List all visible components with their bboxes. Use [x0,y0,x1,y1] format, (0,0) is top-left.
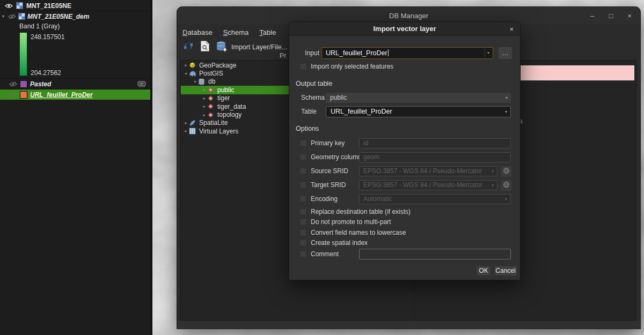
layer-item-mnt[interactable]: MNT_21E05NE [0,1,150,10]
input-combobox[interactable]: URL_feuillet_ProDer ▾ [321,47,493,59]
spatial-index-checkbox[interactable] [300,240,306,246]
comment-field[interactable] [359,249,511,259]
ramp-max-value: 248.157501 [31,33,64,41]
screen: MNT_21E05NE ▾ MNT_21E05NE_dem Band 1 (Gr… [0,0,644,335]
chevron-down-icon[interactable]: ▾ [485,49,492,57]
expander-icon[interactable]: ▸ [201,96,207,101]
expander-icon[interactable]: ▾ [183,71,189,76]
dialog-close-button[interactable]: × [509,22,514,36]
comment-checkbox[interactable] [300,251,306,257]
encoding-value: Automatic [363,195,392,203]
import-db-icon [216,41,229,54]
import-selected-label: Import only selected features [311,61,393,72]
cancel-button[interactable]: Cancel [494,265,517,276]
schema-icon [207,111,215,118]
table-label: Table [301,106,317,117]
layer-item-url-feuillet[interactable]: URL_feuillet_ProDer [0,90,150,100]
primary-key-label: Primary key [311,138,345,148]
source-srid-label: Source SRID [311,166,348,176]
layer-item-pasted[interactable]: Pasted [0,79,150,89]
dialog-title: Import vector layer [373,25,436,33]
primary-key-field[interactable]: id [359,138,511,148]
target-srid-combobox[interactable]: EPSG:3857 - WGS 84 / Pseudo-Mercator ▾ [359,180,497,190]
band-label: Band 1 (Gray) [19,23,60,30]
chevron-down-icon: ▾ [505,107,507,117]
geometry-column-label: Geometry column [311,152,362,162]
menu-schema[interactable]: Schema [223,28,249,36]
import-layer-button[interactable]: Import Layer/File... [216,41,287,54]
comment-label: Comment [311,249,339,259]
ramp-min-value: 204.27562 [31,69,61,77]
browse-button[interactable]: … [499,47,512,59]
multipart-checkbox[interactable] [300,219,306,225]
maximize-button[interactable]: □ [609,12,613,20]
source-crs-picker-button[interactable] [501,166,511,177]
table-combobox[interactable]: URL_feuillet_ProDer ▾ [326,106,511,117]
lowercase-label: Convert field names to lowercase [311,227,406,238]
status-bar [177,321,640,329]
expander-icon[interactable]: ▾ [192,79,198,84]
expander-icon[interactable]: ▸ [201,87,207,92]
multipart-label: Do not promote to multi-part [311,217,391,227]
chevron-down-icon: ▾ [492,181,494,190]
menu-table[interactable]: Table [259,28,276,36]
geometry-column-field[interactable]: geom [359,152,511,162]
eye-hidden-icon[interactable] [9,92,17,98]
ok-button[interactable]: OK [476,265,491,276]
globe-icon [503,181,510,190]
eye-hidden-icon[interactable] [9,81,17,87]
output-table-section-label: Output table [296,80,332,87]
close-button[interactable]: × [627,12,632,20]
menu-bar: Database Schema Table [182,28,276,36]
import-selected-checkbox[interactable] [300,63,306,70]
primary-key-placeholder: id [363,139,368,147]
geometry-column-checkbox[interactable] [300,154,306,160]
schema-label: Schema [301,92,325,103]
minimize-button[interactable]: – [590,12,594,20]
refresh-button[interactable] [182,40,194,54]
chevron-down-icon: ▾ [505,195,507,204]
virtual-layers-icon [189,128,196,135]
table-value: URL_feuillet_ProDer [331,108,392,115]
encoding-combobox[interactable]: Automatic ▾ [359,194,511,204]
expander-icon[interactable]: ▸ [201,113,207,117]
chevron-down-icon[interactable]: ▾ [1,14,6,19]
source-srid-combobox[interactable]: EPSG:3857 - WGS 84 / Pseudo-Mercator ▾ [359,166,497,176]
expander-icon[interactable]: ▸ [201,104,207,109]
schema-combobox[interactable]: public ▾ [326,93,511,103]
spatial-index-label: Create spatial index [311,237,368,248]
layer-item-mnt-dem[interactable]: ▾ MNT_21E05NE_dem [0,12,150,21]
source-srid-value: EPSG:3857 - WGS 84 / Pseudo-Mercator [363,167,482,175]
replace-table-label: Replace destination table (if exists) [311,206,411,217]
menu-database[interactable]: Database [182,28,213,36]
expander-icon[interactable]: ▸ [183,121,189,125]
expander-icon[interactable]: ▸ [183,129,189,133]
target-srid-checkbox[interactable] [300,182,306,188]
import-layer-label: Import Layer/File... [231,43,287,51]
dialog-titlebar[interactable]: Import vector layer × [289,22,520,36]
replace-table-checkbox[interactable] [300,209,306,215]
memory-layer-icon[interactable] [137,80,146,88]
expander-icon[interactable]: ▸ [183,63,189,68]
divider [0,11,150,11]
database-icon [198,78,206,85]
eye-hidden-icon[interactable] [8,13,16,20]
target-crs-picker-button[interactable] [501,180,511,191]
layer-name: MNT_21E05NE [26,2,71,10]
eye-visible-icon[interactable] [5,3,13,9]
text-caret [388,49,389,56]
schema-icon [207,103,215,110]
primary-key-checkbox[interactable] [300,140,306,146]
geopackage-icon [189,62,196,69]
options-section-label: Options [296,125,319,132]
sql-window-button[interactable] [200,40,210,54]
raster-layer-icon [18,13,25,20]
target-srid-value: EPSG:3857 - WGS 84 / Pseudo-Mercator [363,181,482,189]
tab-preview-fragment[interactable]: Pr [280,52,287,59]
spatialite-icon [189,120,196,126]
schema-icon [207,95,215,102]
lowercase-checkbox[interactable] [300,229,306,236]
raster-layer-icon [16,2,23,9]
encoding-checkbox[interactable] [300,196,306,202]
source-srid-checkbox[interactable] [300,168,306,174]
